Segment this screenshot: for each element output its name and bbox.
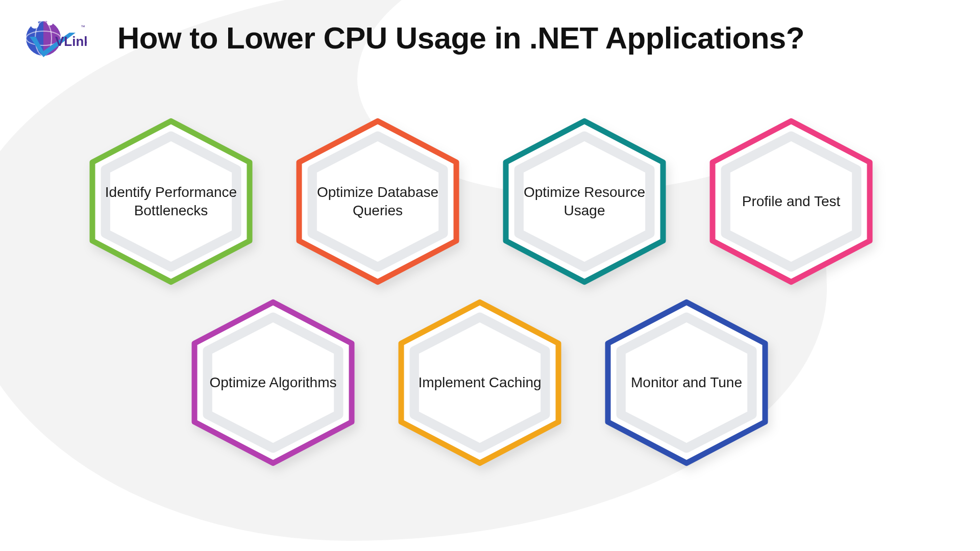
hex-label: Implement Caching <box>414 373 546 392</box>
hex-implement-caching: Implement Caching <box>385 298 574 467</box>
hex-label: Optimize Database Queries <box>312 183 444 220</box>
hex-label: Optimize Resource Usage <box>519 183 651 220</box>
page-title: How to Lower CPU Usage in .NET Applicati… <box>117 20 949 56</box>
svg-point-4 <box>47 19 53 26</box>
brand-logo: VLink ™ <box>20 15 87 61</box>
svg-point-3 <box>31 20 39 29</box>
hex-optimize-db: Optimize Database Queries <box>283 117 472 286</box>
hex-label: Profile and Test <box>725 192 857 211</box>
hex-identify-bottlenecks: Identify Performance Bottlenecks <box>77 117 265 286</box>
brand-name: VLink <box>55 34 87 49</box>
hex-monitor-tune: Monitor and Tune <box>592 298 781 467</box>
hex-label: Optimize Algorithms <box>207 373 339 392</box>
svg-text:™: ™ <box>81 24 85 30</box>
hex-label: Identify Performance Bottlenecks <box>105 183 237 220</box>
hex-label: Monitor and Tune <box>621 373 753 392</box>
hex-optimize-resource: Optimize Resource Usage <box>490 117 679 286</box>
hex-optimize-algorithms: Optimize Algorithms <box>179 298 368 467</box>
hex-profile-test: Profile and Test <box>697 117 886 286</box>
